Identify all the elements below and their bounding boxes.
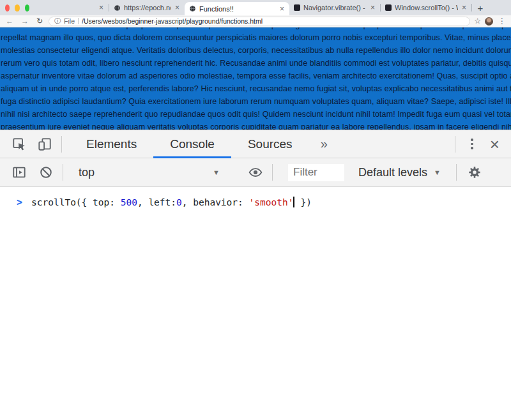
- toolbar-divider: [455, 136, 455, 153]
- selected-text-line: rerum vero quis totam odit, libero nesci…: [1, 57, 511, 70]
- devtools-panel: Elements Console Sources » ×: [0, 130, 511, 420]
- chevron-down-icon: ▼: [434, 169, 441, 176]
- inspect-element-icon[interactable]: [10, 135, 28, 153]
- browser-menu-icon[interactable]: ⋮: [497, 17, 507, 25]
- console-input[interactable]: scrollTo({ top: 500, left:0, behavior: '…: [31, 196, 312, 209]
- code-token: , behavior:: [182, 197, 249, 207]
- code-token-number: 500: [121, 197, 137, 207]
- zoom-window-button[interactable]: [25, 4, 29, 11]
- clear-console-icon[interactable]: [37, 163, 55, 181]
- console-sidebar-icon[interactable]: [10, 163, 28, 181]
- tab-functions-active[interactable]: Functions!! ×: [185, 2, 289, 15]
- selected-text-block: sit eum deleniti molestiae doloremque ip…: [0, 27, 511, 130]
- info-icon[interactable]: ⓘ: [54, 18, 61, 24]
- code-token-number: 0: [176, 197, 182, 207]
- tab-title: https://epoch.now.sh: [124, 4, 171, 11]
- close-tab-icon[interactable]: ×: [461, 4, 467, 11]
- settings-gear-icon[interactable]: [466, 163, 484, 181]
- toolbar-divider: [61, 136, 62, 153]
- profile-avatar[interactable]: [485, 17, 493, 26]
- frame-context-selector[interactable]: top ▼: [71, 166, 227, 179]
- devtools-menu-icon[interactable]: [463, 139, 481, 149]
- tab-window-scrollto[interactable]: Window.scrollTo() - Web API ×: [381, 0, 471, 15]
- bookmark-star-icon[interactable]: ☆: [474, 17, 481, 25]
- log-levels-dropdown[interactable]: Default levels ▼: [355, 166, 445, 179]
- tab-title: Functions!!: [199, 5, 276, 13]
- devtools-close-icon[interactable]: ×: [481, 136, 511, 153]
- browser-toolbar: ← → ↻ ⓘ File /Users/wesbos/beginner-java…: [0, 15, 511, 27]
- globe-icon: [114, 4, 121, 11]
- close-tab-icon[interactable]: ×: [174, 4, 180, 11]
- selected-text-line: nihil nisi architecto saepe reprehenderi…: [1, 108, 511, 121]
- reload-icon[interactable]: ↻: [34, 17, 45, 25]
- close-window-button[interactable]: [5, 4, 10, 11]
- tab-title: Navigator.vibrate() - Web API: [303, 4, 367, 11]
- chevron-down-icon: ▼: [213, 169, 220, 176]
- mdn-icon: [294, 4, 300, 11]
- devtools-tabbar: Elements Console Sources » ×: [0, 130, 511, 158]
- log-levels-label: Default levels: [358, 166, 427, 179]
- frame-context-value: top: [79, 166, 95, 179]
- tab-label: Console: [170, 137, 215, 151]
- filter-input[interactable]: [288, 164, 344, 181]
- tab-elements[interactable]: Elements: [70, 130, 153, 158]
- console-toolbar: top ▼ Default levels ▼: [0, 158, 511, 187]
- minimize-window-button[interactable]: [15, 4, 19, 11]
- code-token: scrollTo({ top:: [31, 197, 121, 207]
- url-path: /Users/wesbos/beginner-javascript/playgr…: [82, 17, 263, 25]
- selected-text-line: fuga distinctio adipisci laudantium? Qui…: [1, 95, 511, 108]
- live-expression-eye-icon[interactable]: [247, 163, 264, 181]
- code-token: , left:: [137, 197, 176, 207]
- tab-sources[interactable]: Sources: [231, 130, 309, 158]
- tab-epoch-now-sh[interactable]: https://epoch.now.sh ×: [109, 0, 185, 15]
- toolbar-divider: [272, 164, 273, 181]
- tab-partial[interactable]: ×: [34, 0, 109, 15]
- close-tab-icon[interactable]: ×: [279, 5, 285, 13]
- code-token-string: 'smooth': [249, 197, 294, 207]
- page-content[interactable]: sit eum deleniti molestiae doloremque ip…: [0, 27, 511, 130]
- close-tab-icon[interactable]: ×: [98, 4, 104, 11]
- console-prompt-row: > scrollTo({ top: 500, left:0, behavior:…: [0, 187, 511, 209]
- device-toolbar-icon[interactable]: [36, 135, 54, 153]
- selected-text-line: repellat magnam illo quos, quo dicta dol…: [1, 31, 511, 44]
- tab-label: Elements: [86, 137, 137, 151]
- toolbar-divider: [63, 164, 63, 181]
- back-icon[interactable]: ←: [4, 17, 15, 25]
- tab-console[interactable]: Console: [153, 130, 231, 158]
- tab-divider: [471, 4, 472, 11]
- text-cursor: [293, 197, 294, 207]
- selected-text-line: aliquam ut in unde porro atque est, perf…: [1, 82, 511, 95]
- new-tab-button[interactable]: +: [472, 0, 489, 15]
- tab-navigator-vibrate[interactable]: Navigator.vibrate() - Web API ×: [289, 0, 380, 15]
- more-tabs-button[interactable]: »: [309, 130, 339, 158]
- console-prompt-icon: >: [17, 196, 22, 209]
- selected-text-line: aspernatur inventore vitae dolorum ad as…: [1, 70, 511, 82]
- tab-title: Window.scrollTo() - Web API: [395, 4, 458, 11]
- selected-text-line: molestias consectetur eligendi atque. Ve…: [1, 44, 511, 57]
- selected-text-line: praesentium iure eveniet neque aliquam v…: [1, 121, 511, 130]
- code-token: }): [295, 197, 312, 207]
- forward-icon[interactable]: →: [19, 17, 31, 25]
- url-divider: [78, 18, 79, 24]
- console-output-area[interactable]: > scrollTo({ top: 500, left:0, behavior:…: [0, 187, 511, 420]
- browser-window: × https://epoch.now.sh × Functions!! × N…: [0, 0, 511, 420]
- tab-strip: × https://epoch.now.sh × Functions!! × N…: [0, 0, 511, 15]
- globe-icon: [189, 5, 196, 12]
- mdn-icon: [385, 4, 392, 11]
- address-bar[interactable]: ⓘ File /Users/wesbos/beginner-javascript…: [49, 17, 470, 26]
- window-controls: [0, 0, 34, 15]
- url-scheme-label: File: [64, 17, 75, 25]
- toolbar-divider: [456, 164, 457, 181]
- close-tab-icon[interactable]: ×: [370, 4, 376, 11]
- tab-label: Sources: [248, 137, 293, 151]
